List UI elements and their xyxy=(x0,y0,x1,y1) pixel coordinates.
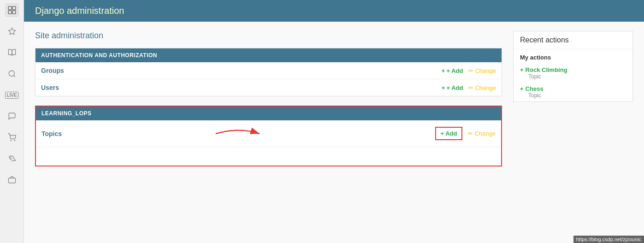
svg-rect-0 xyxy=(8,6,12,10)
sidebar-icon-search[interactable] xyxy=(6,67,18,80)
sidebar-icon-briefcase[interactable] xyxy=(6,173,18,186)
sidebar-icon-book[interactable] xyxy=(6,46,18,59)
section-spacer xyxy=(36,147,501,166)
action-item-name[interactable]: + Rock Climbing xyxy=(520,66,626,73)
sidebar: LIVE xyxy=(0,0,24,243)
groups-row: Groups + + Add ✏ Change xyxy=(35,62,502,79)
topics-actions: + Add ✏ Change xyxy=(435,127,496,140)
svg-marker-4 xyxy=(8,28,15,35)
svg-rect-2 xyxy=(8,11,12,14)
arrow-indicator xyxy=(211,124,266,143)
content-area: Site administration AUTHENTICATION AND A… xyxy=(24,22,644,243)
users-link[interactable]: Users xyxy=(41,84,442,91)
left-panel: Site administration AUTHENTICATION AND A… xyxy=(35,31,502,234)
action-item-chess: + Chess Topic xyxy=(514,83,632,101)
action-plus-icon: + xyxy=(520,66,524,73)
action-item-rock-climbing: + Rock Climbing Topic xyxy=(514,64,632,83)
sidebar-icon-grid[interactable] xyxy=(6,4,18,17)
auth-section: AUTHENTICATION AND AUTHORIZATION Groups … xyxy=(35,48,502,96)
page-title: Site administration xyxy=(35,31,502,41)
top-header: Django administration xyxy=(24,0,644,22)
groups-link[interactable]: Groups xyxy=(41,67,442,74)
learning-section-header: LEARNING_LOPS xyxy=(36,107,501,120)
app-title: Django administration xyxy=(35,6,633,16)
plus-icon: + xyxy=(442,84,445,91)
svg-rect-3 xyxy=(12,11,16,14)
pencil-icon: ✏ xyxy=(468,130,473,137)
plus-icon: + xyxy=(442,67,445,74)
topics-change-button[interactable]: ✏ Change xyxy=(468,130,496,137)
action-item-name[interactable]: + Chess xyxy=(520,85,626,92)
action-item-type: Topic xyxy=(520,92,626,99)
action-item-type: Topic xyxy=(520,73,626,80)
svg-point-8 xyxy=(14,140,15,141)
sidebar-icon-live[interactable]: LIVE xyxy=(6,89,18,101)
sidebar-icon-star[interactable] xyxy=(6,25,18,38)
svg-point-7 xyxy=(11,140,12,141)
svg-line-6 xyxy=(13,75,15,77)
topics-add-button[interactable]: + Add xyxy=(435,127,463,140)
recent-actions-title: Recent actions xyxy=(514,31,632,49)
groups-actions: + + Add ✏ Change xyxy=(442,67,496,74)
users-change-button[interactable]: ✏ Change xyxy=(468,84,496,91)
pencil-icon: ✏ xyxy=(468,84,473,91)
pencil-icon: ✏ xyxy=(468,67,473,74)
main-content: Django administration Site administratio… xyxy=(24,0,644,243)
svg-rect-1 xyxy=(12,6,16,10)
right-panel: Recent actions My actions + Rock Climbin… xyxy=(513,31,633,234)
users-actions: + + Add ✏ Change xyxy=(442,84,496,91)
groups-change-button[interactable]: ✏ Change xyxy=(468,67,496,74)
users-row: Users + + Add ✏ Change xyxy=(35,79,502,96)
svg-point-5 xyxy=(9,71,14,76)
action-plus-icon: + xyxy=(520,85,524,92)
plus-icon: + xyxy=(441,130,444,137)
auth-section-header: AUTHENTICATION AND AUTHORIZATION xyxy=(35,48,502,62)
sidebar-icon-chat[interactable] xyxy=(6,110,18,123)
learning-section: LEARNING_LOPS Topics xyxy=(35,106,502,166)
topics-row: Topics + Add xyxy=(36,120,501,147)
url-bar: https://blog.csdp.net/zjzounic xyxy=(573,236,644,243)
recent-actions-box: Recent actions My actions + Rock Climbin… xyxy=(513,31,633,102)
my-actions-label: My actions xyxy=(514,49,632,64)
groups-add-button[interactable]: + + Add xyxy=(442,67,463,74)
sidebar-icon-translate[interactable] xyxy=(6,152,18,165)
svg-rect-9 xyxy=(8,178,15,183)
users-add-button[interactable]: + + Add xyxy=(442,84,463,91)
sidebar-icon-cart[interactable] xyxy=(6,131,18,144)
